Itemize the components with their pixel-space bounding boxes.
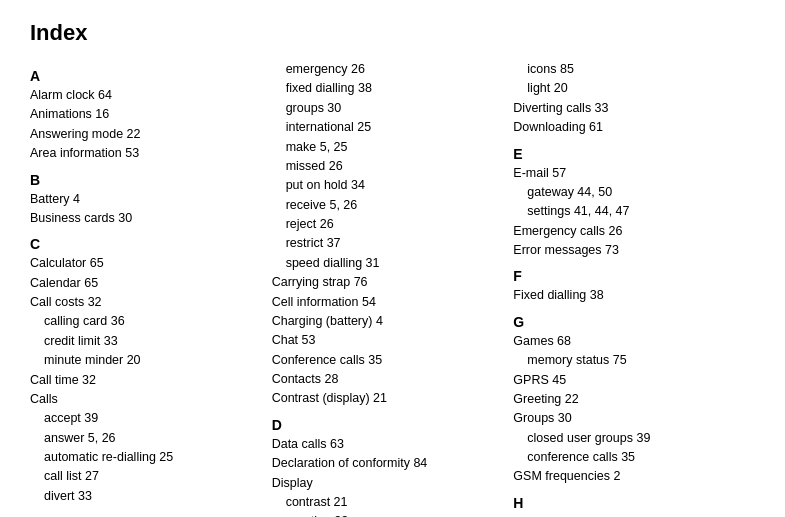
index-entry: GSM frequencies 2 (513, 467, 745, 486)
index-entry: call list 27 (30, 467, 262, 486)
index-entry: make 5, 25 (272, 138, 504, 157)
index-entry: GPRS 45 (513, 371, 745, 390)
index-entry: Cell information 54 (272, 293, 504, 312)
section-letter: H (513, 495, 745, 511)
index-entry: greeting 22 (272, 512, 504, 517)
col1: AAlarm clock 64Animations 16Answering mo… (30, 60, 272, 517)
index-entry: settings 41, 44, 47 (513, 202, 745, 221)
section-letter: G (513, 314, 745, 330)
index-entry: Charging (battery) 4 (272, 312, 504, 331)
index-entry: automatic re-dialling 25 (30, 448, 262, 467)
page: Index AAlarm clock 64Animations 16Answer… (0, 0, 785, 517)
index-entry: fixed dialling 38 (272, 79, 504, 98)
index-entry: Calendar 65 (30, 274, 262, 293)
index-entry: receive 5, 26 (272, 196, 504, 215)
index-entry: light 20 (513, 79, 745, 98)
index-entry: international 25 (272, 118, 504, 137)
index-entry: answer 5, 26 (30, 429, 262, 448)
index-entry: Greeting 22 (513, 390, 745, 409)
index-entry: Call time 32 (30, 371, 262, 390)
index-entry: accept 39 (30, 409, 262, 428)
index-entry: Chat 53 (272, 331, 504, 350)
index-entry: closed user groups 39 (513, 429, 745, 448)
index-entry: Calculator 65 (30, 254, 262, 273)
index-entry: reject 26 (272, 215, 504, 234)
index-entry: E-mail 57 (513, 164, 745, 183)
index-entry: Contacts 28 (272, 370, 504, 389)
index-entry: missed 26 (272, 157, 504, 176)
index-entry: Animations 16 (30, 105, 262, 124)
index-entry: contrast 21 (272, 493, 504, 512)
index-entry: Calls (30, 390, 262, 409)
index-entry: Carrying strap 76 (272, 273, 504, 292)
index-entry: Games 68 (513, 332, 745, 351)
index-entry: Area information 53 (30, 144, 262, 163)
index-entry: memory status 75 (513, 351, 745, 370)
index-entry: groups 30 (272, 99, 504, 118)
index-entry: divert 33 (30, 487, 262, 506)
index-entry: Contrast (display) 21 (272, 389, 504, 408)
section-letter: C (30, 236, 262, 252)
index-entry: emergency 26 (272, 60, 504, 79)
index-entry: Display (272, 474, 504, 493)
index-entry: Alarm clock 64 (30, 86, 262, 105)
index-entry: Emergency calls 26 (513, 222, 745, 241)
index-entry: Answering mode 22 (30, 125, 262, 144)
section-letter: F (513, 268, 745, 284)
index-entry: Error messages 73 (513, 241, 745, 260)
columns: AAlarm clock 64Animations 16Answering mo… (30, 60, 755, 517)
index-entry: Handsfree 22 (513, 513, 745, 517)
section-letter: E (513, 146, 745, 162)
index-entry: Call costs 32 (30, 293, 262, 312)
index-entry: Declaration of conformity 84 (272, 454, 504, 473)
section-letter: A (30, 68, 262, 84)
col2: emergency 26fixed dialling 38groups 30in… (272, 60, 514, 517)
section-letter: D (272, 417, 504, 433)
index-entry: gateway 44, 50 (513, 183, 745, 202)
index-entry: calling card 36 (30, 312, 262, 331)
index-entry: minute minder 20 (30, 351, 262, 370)
index-entry: Downloading 61 (513, 118, 745, 137)
index-entry: Data calls 63 (272, 435, 504, 454)
index-entry: Groups 30 (513, 409, 745, 428)
index-entry: icons 85 (513, 60, 745, 79)
index-entry: Conference calls 35 (272, 351, 504, 370)
index-entry: Fixed dialling 38 (513, 286, 745, 305)
index-entry: Battery 4 (30, 190, 262, 209)
page-title: Index (30, 20, 755, 46)
index-entry: Business cards 30 (30, 209, 262, 228)
index-entry: restrict 37 (272, 234, 504, 253)
index-entry: put on hold 34 (272, 176, 504, 195)
index-entry: conference calls 35 (513, 448, 745, 467)
section-letter: B (30, 172, 262, 188)
index-entry: Diverting calls 33 (513, 99, 745, 118)
index-entry: speed dialling 31 (272, 254, 504, 273)
col3: icons 85light 20Diverting calls 33Downlo… (513, 60, 755, 517)
index-entry: credit limit 33 (30, 332, 262, 351)
